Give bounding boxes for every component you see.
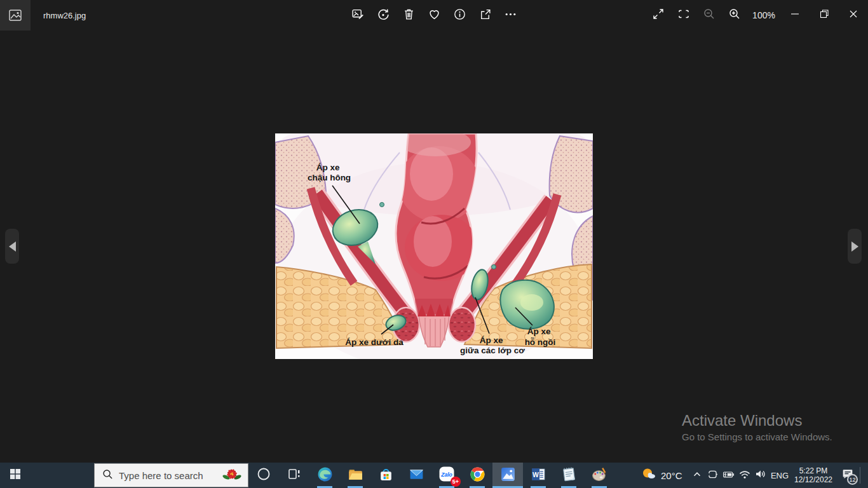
taskbar-edge[interactable] (309, 463, 340, 488)
notepad-icon (561, 466, 577, 485)
taskbar-word[interactable]: W (523, 463, 553, 488)
delete-button[interactable] (396, 0, 421, 30)
taskbar-search[interactable] (94, 463, 248, 487)
fit-to-window-icon (677, 8, 690, 23)
viewed-image-medical-illustration[interactable]: Áp xe chậu hông Áp xe dưới da Áp xe giữa… (275, 133, 593, 359)
photos-app-icon (0, 0, 31, 30)
show-desktop-button[interactable] (864, 463, 868, 488)
microsoft-store-icon (378, 466, 394, 485)
tray-device-button[interactable] (705, 463, 721, 488)
mail-icon (409, 466, 424, 485)
see-more-icon (504, 8, 517, 24)
share-button[interactable] (472, 0, 498, 30)
cortana-icon (256, 466, 271, 484)
restore-button[interactable] (810, 0, 839, 30)
zoom-in-button[interactable] (722, 0, 747, 30)
window-title-filename: rhmw26.jpg (43, 11, 86, 20)
word-icon: W (531, 466, 546, 485)
device-icon (707, 468, 719, 483)
watermark-title: Activate Windows (682, 412, 832, 430)
taskbar-task-view[interactable] (279, 463, 309, 488)
edge-icon (317, 466, 333, 485)
svg-text:Zalo: Zalo (440, 471, 452, 478)
label-subcutaneous-abscess: Áp xe dưới da (345, 337, 403, 347)
edit-image-button[interactable] (345, 0, 370, 30)
share-icon (478, 8, 492, 24)
restore-icon (818, 8, 830, 22)
minimize-button[interactable] (780, 0, 810, 30)
taskbar-microsoft-store[interactable] (370, 463, 401, 488)
taskbar-weather-widget[interactable]: 20°C (637, 463, 686, 488)
see-more-button[interactable] (498, 0, 523, 30)
heart-icon (428, 8, 441, 24)
delete-icon (402, 8, 416, 24)
activate-windows-watermark: Activate Windows Go to Settings to activ… (682, 412, 832, 442)
clock-time: 5:22 PM (791, 466, 836, 475)
watermark-subtitle: Go to Settings to activate Windows. (682, 431, 832, 442)
notification-center-button[interactable]: 12 (836, 463, 860, 488)
wifi-icon (738, 468, 751, 483)
zoom-out-button[interactable] (696, 0, 722, 30)
zoom-in-icon (728, 8, 741, 23)
taskbar-mail[interactable] (401, 463, 431, 488)
fit-to-window-button[interactable] (671, 0, 696, 30)
svg-text:W: W (532, 471, 539, 478)
tray-language-indicator[interactable]: ENG (768, 471, 791, 480)
chrome-icon (470, 466, 485, 485)
tray-clock[interactable]: 5:22 PM 12/12/2022 (791, 466, 836, 484)
taskbar-chrome[interactable] (462, 463, 492, 488)
close-icon (848, 8, 859, 22)
next-arrow-icon (851, 241, 858, 252)
taskbar-notepad[interactable] (553, 463, 584, 488)
paint-icon (592, 466, 607, 485)
rotate-icon (377, 8, 390, 24)
titlebar: rhmw26.jpg (0, 0, 868, 30)
poinsettia-icon[interactable] (221, 464, 243, 487)
taskbar-paint[interactable] (584, 463, 614, 488)
task-view-icon (287, 466, 302, 484)
zoom-out-icon (703, 8, 715, 23)
taskbar-cortana[interactable] (248, 463, 279, 488)
favorite-button[interactable] (421, 0, 447, 30)
weather-temperature: 20°C (661, 470, 682, 481)
taskbar-photos-active[interactable] (492, 463, 523, 488)
taskbar-zalo[interactable]: Zalo 5+ (431, 463, 462, 488)
zalo-badge: 5+ (451, 477, 461, 487)
info-icon (453, 8, 466, 24)
fullscreen-icon (652, 8, 665, 23)
windows-logo-icon (10, 468, 21, 482)
clock-date: 12/12/2022 (791, 475, 836, 484)
weather-sun-cloud-icon (641, 466, 656, 484)
search-input[interactable] (119, 470, 221, 481)
start-button[interactable] (0, 463, 31, 488)
rotate-button[interactable] (370, 0, 396, 30)
battery-charging-icon (722, 468, 735, 484)
fullscreen-button[interactable] (646, 0, 671, 30)
chevron-up-icon (691, 468, 703, 482)
volume-icon (754, 468, 767, 483)
tray-volume-button[interactable] (752, 463, 768, 488)
info-button[interactable] (447, 0, 472, 30)
next-image-button[interactable] (848, 229, 862, 264)
edit-image-icon (351, 8, 365, 24)
minimize-icon (789, 8, 801, 22)
taskbar-file-explorer[interactable] (340, 463, 370, 488)
previous-arrow-icon (9, 241, 16, 252)
show-desktop-divider (860, 467, 860, 484)
previous-image-button[interactable] (5, 229, 19, 264)
file-explorer-icon (348, 466, 363, 485)
photos-icon (500, 466, 516, 485)
zoom-level: 100% (747, 10, 780, 20)
notification-count-badge: 12 (847, 474, 858, 485)
taskbar: Zalo 5+ W 20°C (0, 463, 868, 488)
search-icon (102, 469, 113, 482)
tray-battery-button[interactable] (721, 463, 736, 488)
tray-wifi-button[interactable] (736, 463, 752, 488)
close-button[interactable] (839, 0, 868, 30)
tray-chevron-button[interactable] (689, 463, 705, 488)
